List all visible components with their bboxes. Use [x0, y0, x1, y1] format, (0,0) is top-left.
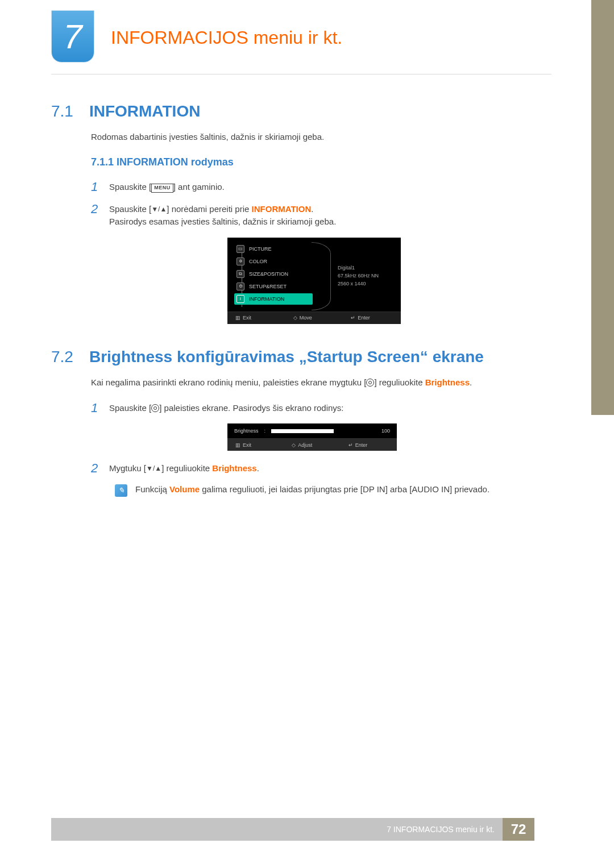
chapter-title: INFORMACIJOS meniu ir kt. — [111, 27, 342, 48]
osd-item-label: INFORMATION — [249, 296, 284, 302]
osd-brightness-figure: Brightness : 100 ▥Exit ◇Adjust ↵Enter — [227, 423, 397, 451]
chapter-number-badge: 7 — [51, 10, 94, 63]
osd-footer-exit: ▥Exit — [227, 442, 284, 448]
text: . — [311, 204, 313, 214]
brightness-bar — [271, 429, 334, 433]
step-body: Spauskite [] paleisties ekrane. Pasirody… — [109, 402, 344, 415]
osd-item-setup-reset: ⚙SETUP&RESET — [237, 281, 313, 292]
keyword-brightness: Brightness — [212, 463, 256, 473]
subsection-heading-711: 7.1.1 INFORMATION rodymas — [91, 156, 534, 168]
text: ] paleisties ekrane. Pasirodys šis ekran… — [159, 403, 343, 413]
osd-item-size-position: ⧉SIZE&POSITION — [237, 268, 313, 280]
text: Spauskite [ — [109, 403, 151, 413]
section-title: Brightness konfigūravimas „Startup Scree… — [89, 348, 484, 366]
step-number: 2 — [91, 203, 99, 215]
subsection-index: 7.1.1 — [91, 156, 114, 168]
osd-item-label: COLOR — [249, 259, 267, 264]
osd-body: ▭PICTURE ✲COLOR ⧉SIZE&POSITION ⚙SETUP&RE… — [227, 238, 401, 312]
osd-footer-enter: ↵Enter — [341, 442, 397, 448]
osd-item-label: PICTURE — [249, 246, 272, 252]
step-body: Spauskite [MENU] ant gaminio. — [109, 181, 225, 194]
osd-info-line: 2560 x 1440 — [338, 280, 379, 288]
menu-button-icon: MENU — [151, 184, 173, 193]
text: Spauskite [ — [109, 204, 151, 214]
brightness-label: Brightness — [234, 428, 259, 434]
osd-footer: ▥Exit ◇Adjust ↵Enter — [227, 438, 397, 451]
step-body: Mygtuku [▼/▲] reguliuokite Brightness. — [109, 462, 259, 475]
osd-footer-exit: ▥Exit — [227, 315, 285, 321]
text: Spauskite [ — [109, 182, 151, 192]
label: Exit — [243, 442, 251, 448]
section-71-intro: Rodomas dabartinis įvesties šaltinis, da… — [91, 132, 534, 142]
osd-item-color: ✲COLOR — [237, 256, 313, 267]
step-number: 1 — [91, 181, 99, 193]
text: ] reguliuokite — [161, 463, 212, 473]
text: Pasirodys esamas įvesties šaltinis, dažn… — [109, 217, 336, 226]
info-icon: i — [237, 295, 244, 303]
updown-glyph-icon: ◇ — [293, 315, 297, 321]
section-index: 7.1 — [51, 102, 73, 121]
setup-icon: ⚙ — [237, 283, 244, 290]
text: galima reguliuoti, jei laidas prijungtas… — [200, 484, 489, 494]
right-accent-strip — [591, 0, 614, 415]
label: Enter — [358, 315, 370, 321]
down-up-arrows-icon: ▼/▲ — [151, 204, 167, 214]
header-divider — [51, 74, 551, 74]
section-index: 7.2 — [51, 348, 73, 366]
keyword-brightness: Brightness — [425, 377, 470, 387]
note-volume: ✎ Funkciją Volume galima reguliuoti, jei… — [115, 484, 534, 497]
step-71-1: 1 Spauskite [MENU] ant gaminio. — [91, 181, 534, 194]
chapter-number: 7 — [63, 17, 82, 56]
osd-item-picture: ▭PICTURE — [237, 243, 313, 255]
osd-connector-curve — [312, 242, 331, 310]
osd-menu-list: ▭PICTURE ✲COLOR ⧉SIZE&POSITION ⚙SETUP&RE… — [227, 238, 313, 312]
enter-glyph-icon: ↵ — [349, 442, 353, 448]
page-content: 7.1 INFORMATION Rodomas dabartinis įvest… — [51, 102, 534, 497]
menu-glyph-icon: ▥ — [235, 315, 240, 321]
osd-footer-adjust: ◇Adjust — [284, 442, 340, 448]
brightness-value: 100 — [381, 428, 390, 434]
osd-info-line: Digital1 — [338, 264, 379, 272]
osd-information-menu-figure: ▭PICTURE ✲COLOR ⧉SIZE&POSITION ⚙SETUP&RE… — [227, 238, 401, 324]
label: Exit — [243, 315, 251, 321]
label: Adjust — [298, 442, 312, 448]
section-heading-72: 7.2 Brightness konfigūravimas „Startup S… — [51, 348, 534, 366]
step-number: 2 — [91, 462, 99, 475]
text: Kai negalima pasirinkti ekrano rodinių m… — [91, 377, 366, 387]
section-title: INFORMATION — [89, 102, 200, 121]
size-icon: ⧉ — [237, 270, 244, 278]
osd-item-label: SIZE&POSITION — [249, 271, 288, 277]
text: Mygtuku [ — [109, 463, 146, 473]
osd-footer-move: ◇Move — [285, 315, 343, 321]
jog-button-icon — [151, 404, 159, 412]
picture-icon: ▭ — [237, 245, 244, 253]
section-heading-71: 7.1 INFORMATION — [51, 102, 534, 121]
step-number: 1 — [91, 402, 99, 414]
footer-label: 7 INFORMACIJOS meniu ir kt. — [387, 825, 503, 834]
separator: : — [264, 428, 266, 434]
text: Funkciją — [135, 484, 169, 494]
text: ] norėdami pereiti prie — [167, 204, 251, 214]
text: . — [470, 377, 472, 387]
label: Enter — [355, 442, 368, 448]
osd-item-information: iINFORMATION — [234, 293, 313, 305]
note-icon: ✎ — [115, 484, 127, 497]
menu-glyph-icon: ▥ — [235, 442, 240, 448]
updown-glyph-icon: ◇ — [292, 442, 296, 448]
osd-footer-enter: ↵Enter — [343, 315, 401, 321]
color-icon: ✲ — [237, 258, 244, 265]
down-up-arrows-icon: ▼/▲ — [146, 463, 161, 474]
osd-brightness-row: Brightness : 100 — [227, 423, 397, 438]
step-72-1: 1 Spauskite [] paleisties ekrane. Pasiro… — [91, 402, 534, 415]
page-number: 72 — [503, 818, 534, 841]
enter-glyph-icon: ↵ — [351, 315, 355, 321]
page-footer: 7 INFORMACIJOS meniu ir kt. 72 — [51, 818, 534, 841]
step-body: Spauskite [▼/▲] norėdami pereiti prie IN… — [109, 203, 336, 229]
step-71-2: 2 Spauskite [▼/▲] norėdami pereiti prie … — [91, 203, 534, 229]
text: ] reguliuokite — [374, 377, 425, 387]
osd-footer: ▥Exit ◇Move ↵Enter — [227, 312, 401, 324]
text: . — [257, 463, 259, 473]
text: ] ant gaminio. — [173, 182, 225, 192]
subsection-title: INFORMATION rodymas — [117, 156, 234, 168]
section-72-intro: Kai negalima pasirinkti ekrano rodinių m… — [91, 377, 534, 387]
